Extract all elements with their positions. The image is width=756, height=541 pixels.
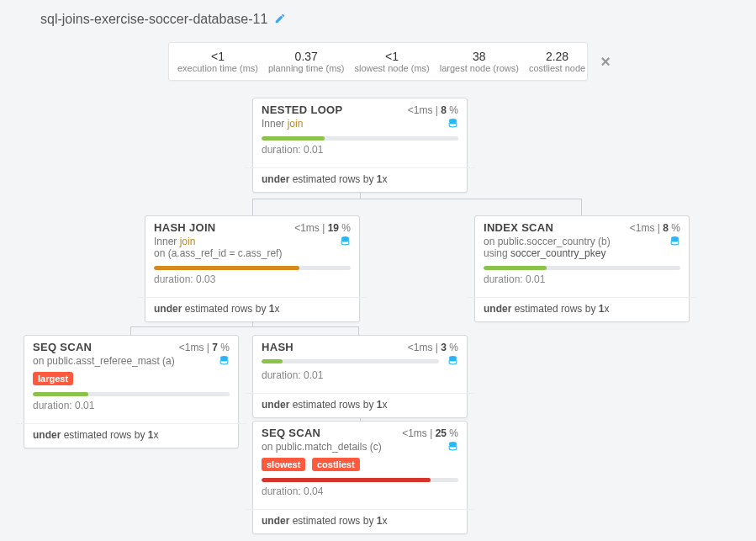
database-icon[interactable] [447, 441, 458, 452]
duration-text: duration: 0.01 [33, 400, 230, 411]
estimate-text: under estimated rows by 1x [253, 515, 467, 533]
node-subtitle: on public.asst_referee_mast (a) [33, 355, 175, 367]
page-title: sql-joins-exercise-soccer-database-11 [40, 12, 267, 27]
node-seq-scan-c[interactable]: SEQ SCAN <1ms | 25 % on public.match_det… [252, 421, 468, 534]
node-metrics: <1ms | 7 % [179, 342, 230, 353]
node-metrics: <1ms | 8 % [630, 222, 680, 234]
duration-bar [262, 478, 458, 482]
duration-bar [484, 266, 680, 270]
close-icon[interactable]: × [590, 52, 611, 72]
duration-bar [262, 359, 439, 363]
database-icon[interactable] [669, 236, 680, 247]
estimate-text: under estimated rows by 1x [145, 303, 359, 321]
edit-icon[interactable] [274, 13, 286, 27]
stat-value: <1 [177, 50, 258, 63]
badge-costliest: costliest [312, 458, 360, 471]
node-metrics: <1ms | 3 % [408, 342, 458, 353]
duration-text: duration: 0.01 [262, 144, 458, 156]
stats-bar: <1 execution time (ms) 0.37 planning tim… [168, 42, 588, 81]
estimate-text: under estimated rows by 1x [253, 399, 467, 417]
node-subtitle: on public.match_details (c) [262, 441, 382, 453]
database-icon[interactable] [447, 118, 458, 129]
stat-execution-time: <1 execution time (ms) [172, 50, 263, 73]
title-bar: sql-joins-exercise-soccer-database-11 [0, 0, 756, 35]
duration-text: duration: 0.03 [154, 273, 351, 285]
node-subtitle: Inner join on (a.ass_ref_id = c.ass_ref) [154, 236, 282, 259]
node-seq-scan-a[interactable]: SEQ SCAN <1ms | 7 % on public.asst_refer… [24, 335, 239, 448]
stat-label: slowest node (ms) [354, 63, 429, 73]
database-icon[interactable] [447, 355, 458, 366]
node-title: INDEX SCAN [484, 221, 553, 234]
duration-text: duration: 0.01 [484, 273, 680, 285]
node-metrics: <1ms | 25 % [402, 427, 458, 439]
plan-canvas[interactable]: NESTED LOOP <1ms | 8 % Inner join durati… [0, 91, 756, 541]
estimate-text: under estimated rows by 1x [253, 173, 467, 192]
database-icon[interactable] [219, 355, 230, 366]
node-metrics: <1ms | 19 % [294, 222, 351, 234]
stat-planning-time: 0.37 planning time (ms) [263, 50, 349, 73]
node-title: SEQ SCAN [262, 427, 320, 439]
estimate-text: under estimated rows by 1x [475, 303, 689, 321]
badge-largest: largest [33, 372, 73, 385]
node-index-scan[interactable]: INDEX SCAN <1ms | 8 % on public.soccer_c… [474, 215, 690, 322]
node-subtitle: Inner join [262, 118, 303, 130]
stat-largest-node: 38 largest node (rows) [435, 50, 524, 73]
node-title: SEQ SCAN [33, 341, 92, 353]
stat-label: largest node (rows) [440, 63, 519, 73]
duration-text: duration: 0.04 [262, 485, 458, 497]
stat-slowest-node: <1 slowest node (ms) [349, 50, 434, 73]
stat-value: <1 [354, 50, 429, 63]
database-icon[interactable] [340, 236, 351, 247]
node-title: NESTED LOOP [262, 103, 342, 116]
node-hash-join[interactable]: HASH JOIN <1ms | 19 % Inner join on (a.a… [145, 215, 360, 322]
badge-slowest: slowest [262, 458, 305, 471]
node-nested-loop[interactable]: NESTED LOOP <1ms | 8 % Inner join durati… [252, 98, 468, 193]
duration-text: duration: 0.01 [262, 369, 458, 381]
stat-value: 0.37 [268, 50, 344, 63]
node-subtitle: on public.soccer_country (b) using socce… [484, 236, 611, 259]
node-title: HASH JOIN [154, 221, 216, 234]
node-title: HASH [262, 341, 293, 353]
stat-label: costliest node [529, 63, 585, 73]
stat-label: planning time (ms) [268, 63, 344, 73]
duration-bar [262, 136, 458, 141]
stat-value: 2.28 [529, 50, 585, 63]
stat-label: execution time (ms) [177, 63, 258, 73]
node-hash[interactable]: HASH <1ms | 3 % duration: 0.01 under est… [252, 335, 468, 418]
duration-bar [154, 266, 351, 270]
stat-costliest-node: 2.28 costliest node [524, 50, 590, 73]
estimate-text: under estimated rows by 1x [24, 429, 238, 448]
stat-value: 38 [440, 50, 519, 63]
node-metrics: <1ms | 8 % [408, 104, 458, 116]
duration-bar [33, 392, 230, 396]
